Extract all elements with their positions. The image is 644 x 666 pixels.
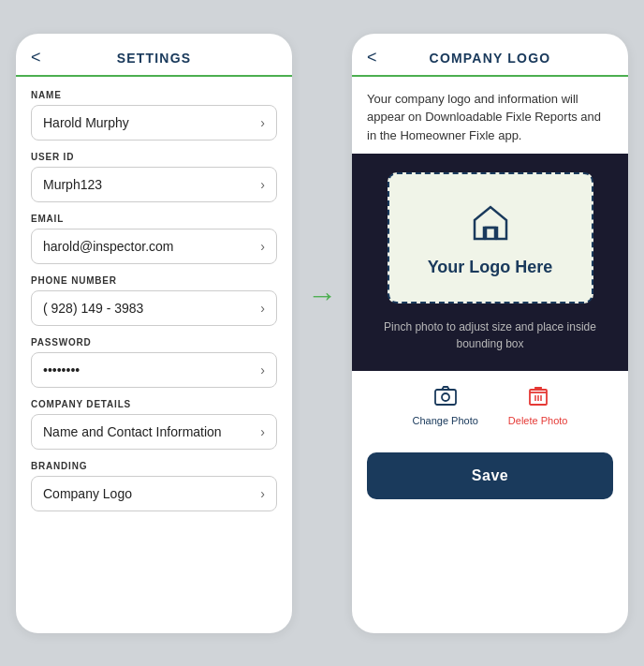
settings-header: < SETTINGS	[16, 34, 292, 77]
delete-photo-button[interactable]: Delete Photo	[508, 386, 568, 426]
home-icon	[467, 200, 514, 250]
field-company-details-label: COMPANY DETAILS	[31, 399, 277, 409]
field-company-details-chevron: ›	[260, 424, 265, 439]
field-phone-section: PHONE NUMBER ( 928) 149 - 3983 ›	[31, 275, 277, 326]
field-phone-chevron: ›	[260, 301, 265, 316]
field-password-value: ••••••••	[43, 363, 80, 377]
field-userid-label: USER ID	[31, 152, 277, 162]
logo-here-text: Your Logo Here	[428, 258, 553, 277]
field-email-value: harold@inspector.com	[43, 239, 174, 254]
settings-title: SETTINGS	[117, 51, 192, 66]
field-name-chevron: ›	[260, 115, 265, 130]
logo-preview-area: Your Logo Here Pinch photo to adjust siz…	[352, 154, 628, 371]
change-photo-label: Change Photo	[413, 415, 478, 426]
field-branding-section: BRANDING Company Logo ›	[31, 461, 277, 511]
svg-rect-0	[486, 228, 495, 239]
navigation-arrow-container: →	[307, 278, 337, 388]
field-name-value: Harold Murphy	[43, 115, 129, 130]
logo-description-text: Your company logo and information will a…	[352, 77, 628, 155]
company-logo-back-icon[interactable]: <	[367, 48, 377, 67]
settings-screen: < SETTINGS NAME Harold Murphy › USER ID …	[16, 34, 292, 633]
pinch-instruction-text: Pinch photo to adjust size and place ins…	[367, 318, 613, 352]
delete-photo-icon	[529, 386, 548, 411]
field-company-details-value: Name and Contact Information	[43, 424, 222, 439]
company-logo-title: COMPANY LOGO	[430, 51, 551, 66]
field-name-label: NAME	[31, 90, 277, 100]
field-email-label: EMAIL	[31, 214, 277, 224]
field-name-section: NAME Harold Murphy ›	[31, 90, 277, 141]
logo-bounding-box[interactable]: Your Logo Here	[388, 172, 593, 303]
change-photo-icon	[434, 386, 457, 411]
navigation-arrow-icon: →	[307, 278, 337, 313]
photo-actions-row: Change Photo Delete Photo	[352, 371, 628, 441]
settings-back-icon[interactable]: <	[31, 48, 41, 67]
company-logo-header: < COMPANY LOGO	[352, 34, 628, 77]
field-password-chevron: ›	[260, 363, 265, 377]
field-branding-chevron: ›	[260, 486, 265, 501]
screens-container: < SETTINGS NAME Harold Murphy › USER ID …	[0, 11, 644, 656]
settings-content: NAME Harold Murphy › USER ID Murph123 › …	[16, 77, 292, 536]
field-branding-row[interactable]: Company Logo ›	[31, 476, 277, 511]
delete-photo-label: Delete Photo	[508, 415, 568, 426]
field-email-chevron: ›	[260, 239, 265, 254]
field-name-row[interactable]: Harold Murphy ›	[31, 105, 277, 141]
field-userid-row[interactable]: Murph123 ›	[31, 167, 277, 202]
field-password-row[interactable]: •••••••• ›	[31, 352, 277, 388]
svg-point-2	[442, 393, 449, 401]
field-password-section: PASSWORD •••••••• ›	[31, 337, 277, 388]
save-button[interactable]: Save	[367, 452, 613, 499]
field-company-details-section: COMPANY DETAILS Name and Contact Informa…	[31, 399, 277, 450]
field-userid-value: Murph123	[43, 177, 102, 192]
change-photo-button[interactable]: Change Photo	[413, 386, 478, 426]
field-password-label: PASSWORD	[31, 337, 277, 348]
company-logo-screen: < COMPANY LOGO Your company logo and inf…	[352, 34, 628, 633]
field-email-row[interactable]: harold@inspector.com ›	[31, 229, 277, 264]
field-userid-section: USER ID Murph123 ›	[31, 152, 277, 202]
field-email-section: EMAIL harold@inspector.com ›	[31, 214, 277, 264]
field-branding-value: Company Logo	[43, 486, 132, 501]
field-phone-value: ( 928) 149 - 3983	[43, 301, 143, 316]
save-section: Save	[352, 441, 628, 518]
field-branding-label: BRANDING	[31, 461, 277, 471]
field-userid-chevron: ›	[260, 177, 265, 192]
svg-rect-1	[435, 390, 456, 405]
field-company-details-row[interactable]: Name and Contact Information ›	[31, 414, 277, 450]
field-phone-label: PHONE NUMBER	[31, 275, 277, 286]
field-phone-row[interactable]: ( 928) 149 - 3983 ›	[31, 290, 277, 326]
